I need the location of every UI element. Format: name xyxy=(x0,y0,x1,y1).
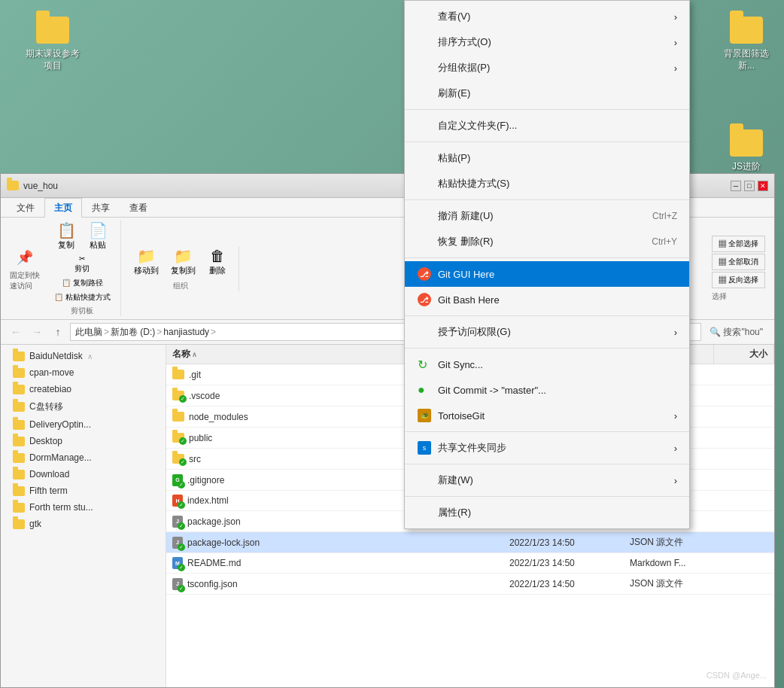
menu-item-sort[interactable]: 排序方式(O) › xyxy=(405,29,689,55)
sidebar-item-gtk[interactable]: gtk xyxy=(1,516,166,532)
tab-file[interactable]: 文件 xyxy=(7,198,44,218)
desktop-icon-background[interactable]: 背景图筛选 新... xyxy=(716,15,776,72)
paste-button[interactable]: 📄 粘贴 xyxy=(83,221,113,253)
git-status-icon: ✓ xyxy=(178,543,185,551)
menu-label-git-commit: Git Commit -> "master"... xyxy=(438,385,677,396)
menu-item-properties[interactable]: 属性(R) xyxy=(405,500,689,525)
tab-home[interactable]: 主页 xyxy=(44,198,82,218)
select-all-button[interactable]: ▦ 全部选择 xyxy=(712,236,765,252)
col-size-header[interactable]: 大小 xyxy=(714,345,774,364)
folder-icon-container: ✓ xyxy=(172,454,184,464)
close-button[interactable]: ✕ xyxy=(758,181,768,191)
menu-item-git-gui[interactable]: ⎇ Git GUI Here xyxy=(405,261,689,287)
maximize-button[interactable]: □ xyxy=(744,181,755,191)
pin-button[interactable]: 📌 xyxy=(14,246,36,269)
desktop-icon-js[interactable]: JS进阶 xyxy=(716,128,776,173)
breadcrumb-sep3: > xyxy=(211,327,216,337)
clipboard-group-label: 剪切板 xyxy=(71,306,93,316)
menu-item-git-commit[interactable]: ● Git Commit -> "master"... xyxy=(405,377,689,403)
sidebar-item-deliveryoptin[interactable]: DeliveryOptin... xyxy=(1,416,166,433)
breadcrumb-sep2: > xyxy=(156,327,162,337)
menu-item-tortoisegit[interactable]: 🐢 TortoiseGit › xyxy=(405,403,689,428)
file-size xyxy=(714,559,774,567)
copyto-button[interactable]: 📁 复制到 xyxy=(166,246,201,279)
sidebar-item-cpan-move[interactable]: cpan-move xyxy=(1,364,166,381)
menu-item-refresh[interactable]: 刷新(E) xyxy=(405,81,689,106)
forward-button[interactable]: → xyxy=(28,323,46,341)
menu-item-git-bash[interactable]: ⎇ Git Bash Here xyxy=(405,287,689,312)
file-row-tsconfig[interactable]: J ✓ tsconfig.json 2022/1/23 14:50 JSON 源… xyxy=(166,574,774,595)
copyto-label: 复制到 xyxy=(171,265,196,276)
search-button[interactable]: 🔍 搜索"hou" xyxy=(704,323,768,341)
paste-label: 粘贴 xyxy=(90,239,106,251)
cut-button[interactable]: ✂ 剪切 xyxy=(50,253,114,276)
breadcrumb-pc[interactable]: 此电脑 xyxy=(75,326,102,339)
file-name: .gitignore xyxy=(187,475,224,486)
copy-path-button[interactable]: 📋 复制路径 xyxy=(50,276,114,290)
sidebar-item-download[interactable]: Download xyxy=(1,466,166,483)
expand-arrow: ∧ xyxy=(87,352,93,361)
delete-icon: 🗑 xyxy=(210,248,225,263)
file-name: package.json xyxy=(187,516,241,527)
minimize-button[interactable]: ─ xyxy=(731,181,741,191)
sidebar-item-dormmanage[interactable]: DormManage... xyxy=(1,449,166,466)
menu-divider-1 xyxy=(405,109,689,110)
copy-label: 复制 xyxy=(58,239,74,251)
copy-button[interactable]: 📋 复制 xyxy=(51,221,81,253)
menu-item-git-sync[interactable]: ↻ Git Sync... xyxy=(405,352,689,377)
menu-label-sort: 排序方式(O) xyxy=(438,35,668,49)
breadcrumb-drive[interactable]: 新加卷 (D:) xyxy=(111,326,155,339)
share-sync-icon: s xyxy=(417,440,432,455)
folder-icon xyxy=(13,420,25,430)
sidebar-item-fifth-term[interactable]: Fifth term xyxy=(1,483,166,499)
menu-divider-2 xyxy=(405,142,689,142)
folder-icon xyxy=(13,519,25,529)
sidebar-item-desktop[interactable]: Desktop xyxy=(1,433,166,449)
menu-item-share-sync[interactable]: s 共享文件夹同步 › xyxy=(405,435,689,461)
menu-item-paste-shortcut[interactable]: 粘贴快捷方式(S) xyxy=(405,171,689,196)
menu-item-redo[interactable]: 恢复 删除(R) Ctrl+Y xyxy=(405,229,689,254)
sidebar-item-baidunetdisk[interactable]: BaiduNetdisk ∧ xyxy=(1,348,166,364)
folder-icon xyxy=(728,15,764,45)
menu-item-paste[interactable]: 粘贴(P) xyxy=(405,145,689,171)
paste-shortcut-button[interactable]: 📋 粘贴快捷方式 xyxy=(50,291,114,304)
copy-icon: 📋 xyxy=(57,223,76,238)
sidebar-item-c-transfer[interactable]: C盘转移 xyxy=(1,397,166,416)
delete-button[interactable]: 🗑 删除 xyxy=(202,246,232,279)
submenu-arrow: › xyxy=(674,410,677,422)
menu-label-tortoisegit: TortoiseGit xyxy=(438,410,668,422)
file-name: .git xyxy=(189,370,201,380)
moveto-button[interactable]: 📁 移动到 xyxy=(129,246,164,279)
cut-label: 剪切 xyxy=(74,263,90,274)
menu-label-view: 查看(V) xyxy=(438,10,668,23)
sidebar-item-createbiao[interactable]: createbiao xyxy=(1,381,166,397)
menu-item-new[interactable]: 新建(W) › xyxy=(405,467,689,493)
menu-label-git-bash: Git Bash Here xyxy=(438,294,677,306)
invert-selection-button[interactable]: ▦ 反向选择 xyxy=(712,272,765,288)
file-row-package-lock-json[interactable]: J ✓ package-lock.json 2022/1/23 14:50 JS… xyxy=(166,532,774,553)
tab-share[interactable]: 共享 xyxy=(82,198,120,218)
menu-item-customize[interactable]: 自定义文件夹(F)... xyxy=(405,113,689,139)
select-none-button[interactable]: ▦ 全部取消 xyxy=(712,254,765,270)
breadcrumb-hanjiastudy[interactable]: hanjiastudy xyxy=(163,327,209,337)
selection-group: ▦ 全部选择 ▦ 全部取消 ▦ 反向选择 选择 xyxy=(709,233,768,305)
menu-item-groupby[interactable]: 分组依据(P) › xyxy=(405,55,689,81)
up-button[interactable]: ↑ xyxy=(49,323,67,341)
desktop-icon-qimoke[interactable]: 期末课设参考项目 xyxy=(23,15,83,72)
menu-item-view[interactable]: 查看(V) › xyxy=(405,4,689,29)
tab-view[interactable]: 查看 xyxy=(120,198,157,218)
menu-item-undo[interactable]: 撤消 新建(U) Ctrl+Z xyxy=(405,203,689,229)
sidebar-item-forth-term[interactable]: Forth term stu... xyxy=(1,499,166,516)
folder-icon xyxy=(13,368,25,378)
sidebar-item-label: Download xyxy=(29,469,69,479)
back-button[interactable]: ← xyxy=(7,323,25,341)
title-bar-buttons: ─ □ ✕ xyxy=(731,181,768,191)
menu-item-access[interactable]: 授予访问权限(G) › xyxy=(405,319,689,345)
file-type: JSON 源文件 xyxy=(624,574,714,594)
folder-icon xyxy=(172,412,184,422)
file-date: 2022/1/23 14:50 xyxy=(503,575,624,593)
pin-label: 固定到快速访问 xyxy=(10,270,40,291)
folder-icon xyxy=(13,453,25,463)
properties-icon xyxy=(417,505,432,520)
file-row-readme[interactable]: M ✓ README.md 2022/1/23 14:50 Markdown F… xyxy=(166,553,774,574)
